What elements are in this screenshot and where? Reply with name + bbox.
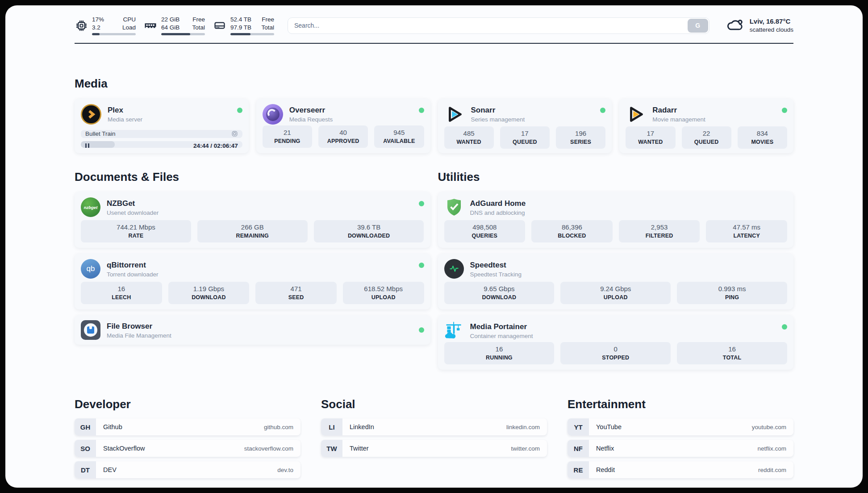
- search-input[interactable]: [288, 17, 709, 34]
- overseerr-title: Overseerr: [289, 105, 333, 116]
- qbittorrent-subtitle: Torrent downloader: [107, 271, 159, 279]
- adguard-subtitle: DNS and adblocking: [470, 209, 526, 217]
- disk-total-value: 97.9 TB: [230, 24, 251, 32]
- qbittorrent-stat-upload: 618.52 MbpsUPLOAD: [343, 282, 424, 304]
- bookmark-linkedin[interactable]: LI LinkedIn linkedin.com: [321, 418, 547, 435]
- qbittorrent-title: qBittorrent: [107, 260, 159, 271]
- adguard-stat-latency: 47.57 msLATENCY: [706, 220, 787, 242]
- portainer-subtitle: Container management: [470, 332, 533, 340]
- nzbget-stat-remaining: 266 GBREMAINING: [197, 220, 308, 242]
- disk-stat: 52.4 TB 97.9 TB Free Total: [213, 16, 274, 35]
- cpu-load-label: Load: [122, 24, 136, 32]
- cpu-usage-value: 17%: [92, 16, 104, 24]
- bookmark-github[interactable]: GH Github github.com: [75, 418, 300, 435]
- bookmark-stackoverflow[interactable]: SO StackOverflow stackoverflow.com: [75, 440, 300, 457]
- radarr-card[interactable]: Radarr Movie management 17WANTED 22QUEUE…: [619, 99, 793, 153]
- memory-free-value: 22 GiB: [161, 16, 179, 24]
- search-bar: G: [288, 17, 709, 34]
- bookmark-netflix[interactable]: NF Netflix netflix.com: [568, 440, 793, 457]
- cpu-label: CPU: [122, 16, 136, 24]
- bookmark-reddit[interactable]: RE Reddit reddit.com: [568, 461, 793, 478]
- speedtest-card[interactable]: Speedtest Speedtest Tracking 9.65 GbpsDO…: [438, 254, 794, 309]
- qbittorrent-card[interactable]: qb qBittorrent Torrent downloader 16LEEC…: [75, 254, 430, 309]
- plex-card[interactable]: Plex Media server Bullet Train: [75, 99, 249, 153]
- sonarr-status-dot: [600, 108, 605, 113]
- filebrowser-subtitle: Media File Management: [107, 332, 171, 340]
- section-utilities: Utilities: [438, 170, 794, 370]
- section-entertainment: Entertainment YT YouTube youtube.com NF …: [568, 397, 793, 478]
- nzbget-title: NZBGet: [107, 199, 159, 209]
- plex-playback-time: 24:44 / 02:06:47: [193, 141, 238, 148]
- media-heading: Media: [75, 77, 793, 91]
- twitter-abbr-badge: TW: [321, 440, 342, 457]
- overseerr-card[interactable]: Overseerr Media Requests 21PENDING 40APP…: [256, 99, 430, 153]
- weather-condition: scattered clouds: [750, 26, 793, 34]
- memory-progress-bar: [161, 33, 205, 35]
- bookmark-youtube[interactable]: YT YouTube youtube.com: [568, 418, 793, 435]
- speedtest-stat-ping: 0.993 msPING: [677, 282, 787, 304]
- memory-free-label: Free: [192, 16, 205, 24]
- overseerr-stat-approved: 40APPROVED: [318, 125, 368, 148]
- portainer-stat-stopped: 0STOPPED: [560, 342, 671, 364]
- nzbget-stat-downloaded: 39.6 TBDOWNLOADED: [314, 220, 424, 242]
- radarr-stat-queued: 22QUEUED: [682, 126, 731, 149]
- radarr-title: Radarr: [652, 105, 705, 116]
- filebrowser-title: File Browser: [107, 322, 171, 332]
- portainer-card[interactable]: Media Portainer Container management 16R…: [438, 315, 794, 370]
- overseerr-status-dot: [419, 108, 424, 113]
- entertainment-heading: Entertainment: [568, 397, 793, 411]
- disk-free-label: Free: [261, 16, 274, 24]
- weather-widget: Lviv, 16.87°C scattered clouds: [726, 15, 793, 36]
- cpu-chip-icon: [75, 20, 88, 32]
- cloud-icon: [726, 15, 744, 36]
- sonarr-stat-queued: 17QUEUED: [500, 126, 550, 149]
- adguard-stat-blocked: 86,396BLOCKED: [531, 220, 613, 242]
- disk-progress-bar: [230, 33, 274, 35]
- sonarr-icon: [444, 104, 465, 126]
- adguard-shield-icon: [444, 197, 464, 219]
- weather-location: Lviv, 16.87°C: [750, 17, 793, 26]
- video-camera-icon: [231, 130, 238, 137]
- memory-total-label: Total: [192, 24, 205, 32]
- qbittorrent-icon: qb: [81, 259, 100, 279]
- adguard-title: AdGuard Home: [470, 199, 526, 209]
- bookmark-twitter[interactable]: TW Twitter twitter.com: [321, 440, 547, 457]
- qbittorrent-status-dot: [419, 263, 424, 268]
- bookmark-dev[interactable]: DT DEV dev.to: [75, 461, 300, 478]
- system-stats: 17% 3.2 CPU Load: [75, 16, 274, 35]
- speedtest-stat-upload: 9.24 GbpsUPLOAD: [560, 282, 671, 304]
- plex-subtitle: Media server: [108, 116, 142, 124]
- search-provider-button[interactable]: G: [688, 19, 708, 33]
- filebrowser-icon: [81, 320, 100, 340]
- nzbget-card[interactable]: nzbget NZBGet Usenet downloader 744.21 M…: [75, 192, 430, 248]
- sonarr-card[interactable]: Sonarr Series management 485WANTED 17QUE…: [438, 99, 612, 153]
- nzbget-subtitle: Usenet downloader: [107, 209, 159, 217]
- linkedin-abbr-badge: LI: [321, 418, 342, 435]
- sonarr-stat-wanted: 485WANTED: [444, 126, 494, 149]
- plex-title: Plex: [108, 105, 142, 116]
- plex-now-playing-title: Bullet Train: [85, 130, 116, 137]
- radarr-stat-wanted: 17WANTED: [626, 126, 675, 149]
- filebrowser-card[interactable]: File Browser Media File Management: [75, 315, 430, 345]
- sonarr-title: Sonarr: [471, 105, 525, 116]
- portainer-status-dot: [782, 324, 787, 330]
- disk-total-label: Total: [261, 24, 274, 32]
- reddit-abbr-badge: RE: [568, 461, 589, 478]
- overseerr-subtitle: Media Requests: [289, 116, 333, 124]
- portainer-title: Media Portainer: [470, 322, 533, 332]
- dev-abbr-badge: DT: [75, 461, 96, 478]
- filebrowser-status-dot: [419, 327, 424, 333]
- stackoverflow-abbr-badge: SO: [75, 440, 96, 457]
- social-heading: Social: [321, 397, 547, 411]
- adguard-card[interactable]: AdGuard Home DNS and adblocking 498,508Q…: [438, 192, 794, 248]
- top-bar: 17% 3.2 CPU Load: [75, 5, 793, 36]
- qbittorrent-stat-leech: 16LEECH: [81, 282, 162, 304]
- cpu-load-value: 3.2: [92, 24, 104, 32]
- youtube-abbr-badge: YT: [568, 418, 589, 435]
- nzbget-status-dot: [419, 201, 424, 206]
- speedtest-stat-download: 9.65 GbpsDOWNLOAD: [444, 282, 555, 304]
- ram-icon: [144, 19, 157, 32]
- portainer-crane-icon: [444, 321, 464, 342]
- disk-free-value: 52.4 TB: [230, 16, 251, 24]
- pause-icon: [85, 143, 89, 148]
